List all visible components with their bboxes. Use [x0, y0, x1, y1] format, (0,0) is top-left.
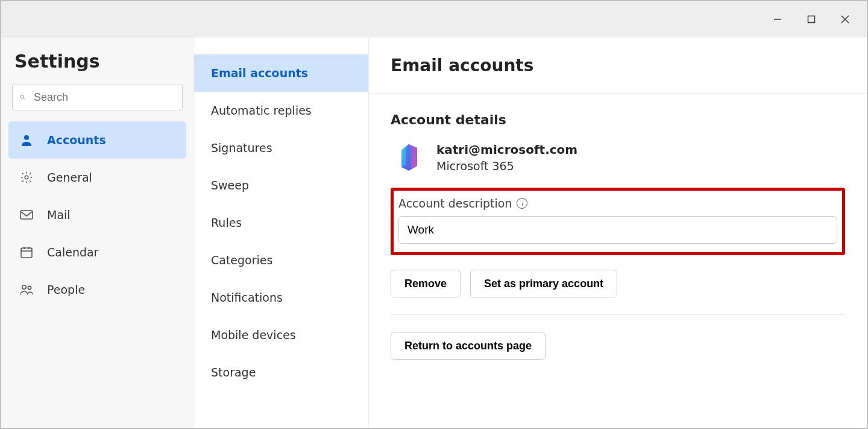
- window-titlebar: [1, 1, 867, 37]
- search-box[interactable]: [12, 84, 183, 110]
- settings-heading: Settings: [14, 51, 186, 72]
- primary-sidebar: Settings Accounts General: [1, 37, 194, 428]
- button-label: Remove: [404, 278, 447, 290]
- subnav-item-label: Mobile devices: [211, 328, 296, 342]
- subnav-item-categories[interactable]: Categories: [194, 241, 368, 279]
- account-actions-row: Remove Set as primary account: [391, 270, 845, 297]
- account-description-highlight: Account description i: [391, 188, 845, 255]
- sidebar-item-people[interactable]: People: [8, 271, 186, 308]
- subnav-item-mobile-devices[interactable]: Mobile devices: [194, 316, 368, 354]
- subnav-item-label: Rules: [211, 216, 242, 229]
- svg-point-14: [28, 286, 31, 289]
- account-description-input[interactable]: [398, 216, 837, 244]
- svg-point-13: [22, 285, 26, 289]
- subnav-item-label: Email accounts: [211, 66, 308, 80]
- svg-point-4: [20, 95, 24, 98]
- gear-icon: [19, 171, 34, 184]
- person-icon: [19, 133, 34, 147]
- account-text: katri@microsoft.com Microsoft 365: [436, 142, 577, 173]
- subnav-item-label: Notifications: [211, 291, 283, 304]
- sidebar-item-accounts[interactable]: Accounts: [8, 121, 186, 159]
- account-summary: katri@microsoft.com Microsoft 365: [391, 142, 845, 173]
- account-description-label-row: Account description i: [398, 197, 837, 210]
- window-minimize-button[interactable]: [761, 6, 794, 33]
- subnav-item-label: Storage: [211, 366, 256, 379]
- minimize-icon: [773, 15, 782, 24]
- subnav-item-notifications[interactable]: Notifications: [194, 279, 368, 316]
- button-label: Set as primary account: [484, 278, 603, 290]
- search-icon: [20, 91, 25, 103]
- main-panel: Email accounts Account details: [369, 37, 867, 428]
- page-title: Email accounts: [391, 56, 845, 75]
- people-icon: [19, 284, 34, 296]
- section-divider: [391, 314, 845, 315]
- microsoft-365-logo-icon: [393, 142, 424, 173]
- subnav-item-label: Categories: [211, 253, 272, 267]
- svg-rect-9: [21, 248, 32, 258]
- maximize-icon: [807, 15, 816, 24]
- svg-rect-1: [808, 16, 815, 22]
- header-divider: [369, 94, 867, 94]
- sidebar-item-label: People: [47, 283, 85, 296]
- sidebar-item-label: General: [47, 171, 92, 184]
- subnav-item-rules[interactable]: Rules: [194, 204, 368, 241]
- account-email: katri@microsoft.com: [436, 142, 577, 157]
- window-close-button[interactable]: [828, 6, 862, 33]
- sidebar-item-label: Accounts: [47, 133, 106, 147]
- sidebar-item-mail[interactable]: Mail: [8, 196, 186, 234]
- subnav-item-sweep[interactable]: Sweep: [194, 167, 368, 204]
- svg-point-6: [24, 135, 29, 140]
- settings-window: Settings Accounts General: [0, 0, 868, 429]
- subnav-item-storage[interactable]: Storage: [194, 354, 368, 391]
- subnav-item-label: Signatures: [211, 141, 272, 154]
- account-type: Microsoft 365: [436, 159, 577, 173]
- subnav-item-signatures[interactable]: Signatures: [194, 129, 368, 167]
- info-icon[interactable]: i: [517, 198, 527, 209]
- return-button[interactable]: Return to accounts page: [391, 332, 546, 360]
- secondary-sidebar: Email accounts Automatic replies Signatu…: [194, 37, 369, 428]
- subnav-item-automatic-replies[interactable]: Automatic replies: [194, 92, 368, 129]
- search-input[interactable]: [33, 91, 175, 104]
- svg-rect-8: [20, 211, 33, 219]
- svg-line-5: [24, 98, 25, 99]
- sidebar-item-label: Mail: [47, 208, 71, 221]
- button-label: Return to accounts page: [404, 340, 532, 352]
- subnav-item-label: Sweep: [211, 179, 249, 192]
- close-icon: [840, 14, 850, 24]
- account-description-label: Account description: [398, 197, 512, 210]
- sidebar-item-label: Calendar: [47, 246, 98, 259]
- section-title: Account details: [391, 112, 845, 127]
- calendar-icon: [19, 246, 34, 259]
- sidebar-item-calendar[interactable]: Calendar: [8, 234, 186, 271]
- svg-point-7: [25, 176, 28, 179]
- remove-button[interactable]: Remove: [391, 270, 461, 297]
- sidebar-item-general[interactable]: General: [8, 159, 186, 196]
- subnav-item-label: Automatic replies: [211, 104, 312, 117]
- subnav-item-email-accounts[interactable]: Email accounts: [194, 54, 368, 92]
- set-primary-button[interactable]: Set as primary account: [470, 270, 617, 297]
- window-maximize-button[interactable]: [794, 6, 828, 33]
- mail-icon: [19, 210, 34, 220]
